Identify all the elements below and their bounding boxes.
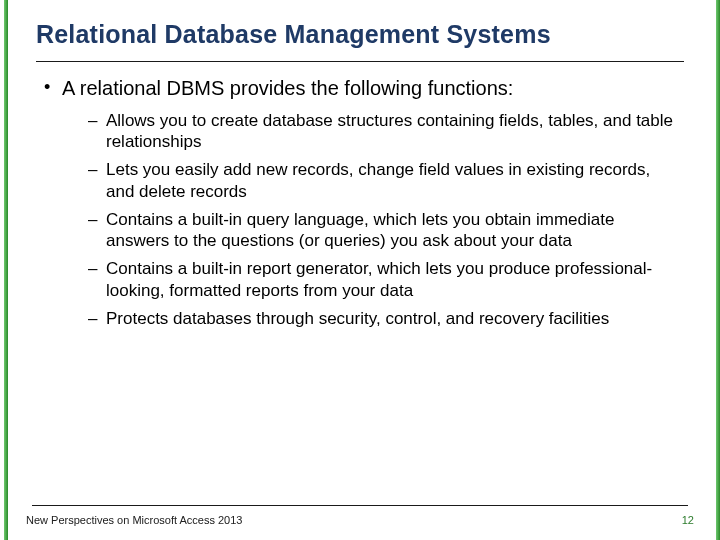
slide-content: Relational Database Management Systems •…: [8, 0, 712, 540]
list-item: – Lets you easily add new records, chang…: [88, 159, 676, 203]
list-item-text: Lets you easily add new records, change …: [106, 159, 676, 203]
list-item: – Protects databases through security, c…: [88, 308, 676, 330]
dash-icon: –: [88, 308, 106, 330]
page-number: 12: [682, 514, 694, 526]
list-item-text: Contains a built-in report generator, wh…: [106, 258, 676, 302]
footer-rule: [32, 505, 688, 506]
list-item-text: Allows you to create database structures…: [106, 110, 676, 154]
bullet-dot-icon: •: [44, 76, 62, 102]
body-content: • A relational DBMS provides the followi…: [12, 62, 708, 329]
slide-border-left: [0, 0, 8, 540]
dash-icon: –: [88, 159, 106, 203]
dash-icon: –: [88, 209, 106, 253]
list-item: – Contains a built-in query language, wh…: [88, 209, 676, 253]
sub-bullet-list: – Allows you to create database structur…: [44, 110, 676, 330]
intro-bullet: • A relational DBMS provides the followi…: [44, 76, 676, 102]
list-item-text: Contains a built-in query language, whic…: [106, 209, 676, 253]
dash-icon: –: [88, 258, 106, 302]
list-item: – Contains a built-in report generator, …: [88, 258, 676, 302]
title-block: Relational Database Management Systems: [12, 0, 708, 55]
intro-text: A relational DBMS provides the following…: [62, 76, 513, 102]
list-item: – Allows you to create database structur…: [88, 110, 676, 154]
dash-icon: –: [88, 110, 106, 154]
slide-border-right: [712, 0, 720, 540]
slide-title: Relational Database Management Systems: [36, 20, 684, 49]
list-item-text: Protects databases through security, con…: [106, 308, 609, 330]
footer-text: New Perspectives on Microsoft Access 201…: [26, 514, 242, 526]
